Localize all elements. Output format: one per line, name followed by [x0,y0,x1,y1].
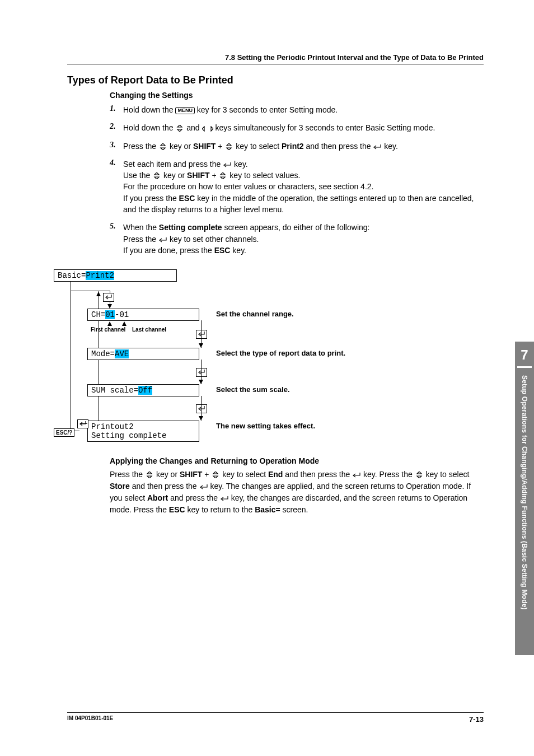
chapter-title: Setup Operations for Changing/Adding Fun… [521,375,528,610]
enter-key-icon [196,404,207,413]
applying-section: Applying the Changes and Returning to Op… [110,456,484,516]
enter-icon [158,237,167,243]
enter-icon [352,473,361,478]
step-number: 4. [110,158,123,167]
enter-key-icon [196,330,207,339]
page-footer: IM 04P01B01-01E 7-13 [67,712,484,724]
enter-key-icon [196,368,207,377]
chapter-tab: 7 Setup Operations for Changing/Adding F… [515,342,534,655]
step-3: 3. Press the key or SHIFT + key to selec… [110,141,484,152]
flow-diagram: Basic=Print2 CH=01-01 Set the channel ra… [54,269,484,443]
connector-line [71,291,110,291]
chapter-number: 7 [515,342,534,363]
updown-icon [218,172,227,179]
first-channel-label: First channel [91,326,125,333]
caption-ch: Set the channel range. [216,310,294,318]
enter-icon [373,144,382,150]
step-number: 5. [110,222,123,231]
connector-line [71,281,71,431]
header-section-title: 7.8 Setting the Periodic Printout Interv… [225,53,484,62]
step-body: Press the key or SHIFT + key to select P… [123,141,484,152]
arrow-down-icon [199,380,203,384]
caption-sum: Select the sum scale. [216,385,290,394]
step-5: 5. When the Setting complete screen appe… [110,222,484,256]
esc-key-icon: ESC/? [54,428,74,437]
enter-icon [220,496,229,502]
lcd-ch: CH=01-01 [87,309,199,321]
arrow-down-icon [107,304,112,309]
step-4: 4. Set each item and press the key. Use … [110,158,484,215]
arrow-down-icon [199,416,203,421]
step-number: 2. [110,122,123,131]
updown-icon [152,172,161,179]
lcd-mode: Mode=AVE [87,348,199,360]
updown-icon [224,143,233,150]
doc-id: IM 04P01B01-01E [67,715,113,724]
main-heading: Types of Report Data to Be Printed [67,74,484,86]
arrow-down-icon [199,343,203,348]
step-number: 3. [110,141,123,150]
arrow-up-icon [107,321,112,326]
step-body: Set each item and press the key. Use the… [123,158,484,215]
step-number: 1. [110,104,123,113]
lcd-basic: Basic=Print2 [54,269,177,282]
last-channel-label: Last channel [132,326,166,333]
running-header: 7.8 Setting the Periodic Printout Interv… [67,53,484,64]
applying-heading: Applying the Changes and Returning to Op… [110,456,484,465]
arrow-up-icon [122,321,127,326]
tab-divider [517,366,532,368]
step-1: 1. Hold down the MENU key for 3 seconds … [110,104,484,115]
caption-effect: The new setting takes effect. [216,422,315,430]
applying-body: Press the key or SHIFT + key to select E… [110,469,484,516]
arrow-up-icon [96,292,101,296]
enter-key-icon [77,419,88,428]
changing-settings-heading: Changing the Settings [110,91,484,100]
updown-icon [158,143,167,150]
leftright-icon [202,126,213,132]
enter-icon [223,162,232,168]
caption-mode: Select the type of report data to print. [216,349,345,357]
updown-icon [145,472,154,478]
step-list: 1. Hold down the MENU key for 3 seconds … [110,104,484,256]
step-body: Hold down the and keys simultaneously fo… [123,122,484,133]
connector-line [80,423,87,424]
enter-key-icon [103,293,114,302]
menu-key-icon: MENU [175,107,195,114]
page-number: 7-13 [469,715,484,724]
enter-icon [199,484,208,490]
updown-icon [415,472,424,478]
step-body: Hold down the MENU key for 3 seconds to … [123,104,484,115]
step-body: When the Setting complete screen appears… [123,222,484,256]
lcd-printout: Printout2Setting complete [87,421,199,442]
step-2: 2. Hold down the and keys simultaneously… [110,122,484,133]
updown-icon [175,125,184,132]
updown-icon [211,472,220,478]
lcd-sum: SUM scale=Off [87,384,199,396]
